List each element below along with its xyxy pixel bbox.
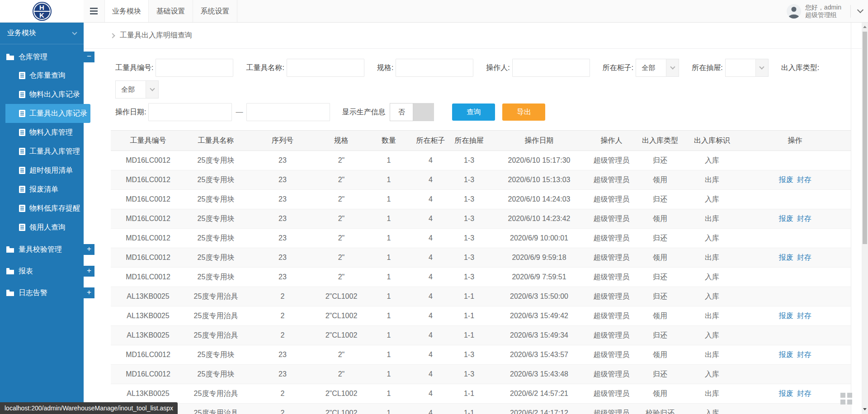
export-button[interactable]: 导出 bbox=[502, 104, 545, 121]
cell-tool-name: 25度专用块 bbox=[185, 170, 246, 190]
cell-qty: 1 bbox=[364, 190, 414, 209]
sidebar-header[interactable]: 业务模块 bbox=[0, 23, 84, 44]
scroll-up-arrow-icon[interactable] bbox=[863, 26, 867, 28]
sidebar-item-7[interactable]: 报废清单 bbox=[5, 180, 84, 199]
chevron-down-icon bbox=[755, 59, 768, 76]
cell-spec: 2"CL1002 bbox=[319, 404, 364, 414]
sidebar-item-8[interactable]: 物料低库存提醒 bbox=[5, 199, 84, 218]
col-header-date: 操作日期 bbox=[491, 131, 588, 151]
section-toggle-icon[interactable]: + bbox=[84, 287, 94, 298]
action-link[interactable]: 报废 bbox=[779, 215, 793, 222]
date-from-input[interactable] bbox=[148, 103, 232, 121]
cell-date: 2020/6/10 14:23:42 bbox=[491, 209, 588, 229]
chevron-down-icon bbox=[146, 81, 158, 98]
avatar[interactable] bbox=[787, 4, 801, 19]
tool-no-input[interactable] bbox=[156, 59, 233, 77]
cell-serial: 23 bbox=[246, 248, 319, 268]
hk-logo-icon: H K bbox=[33, 2, 52, 21]
document-icon bbox=[19, 110, 25, 117]
section-toggle-icon[interactable]: + bbox=[84, 266, 94, 277]
col-header-spec: 规格 bbox=[319, 131, 364, 151]
top-tab-3[interactable]: 系统设置 bbox=[193, 0, 237, 22]
table-row: MD16LC001225度专用块232"141-32020/6/3 15:43:… bbox=[111, 365, 851, 384]
cell-drawer: 1-3 bbox=[448, 229, 491, 248]
action-link[interactable]: 封存 bbox=[797, 215, 811, 222]
topbar: H K 业务模块基础设置系统设置 您好，admin 超级管理组 bbox=[0, 0, 868, 23]
document-icon bbox=[19, 129, 25, 136]
cell-tool-name: 25度专用块 bbox=[185, 229, 246, 248]
date-to-input[interactable] bbox=[246, 103, 330, 121]
sidebar-item-2[interactable]: 物料出入库记录 bbox=[5, 85, 84, 104]
cell-actions bbox=[739, 268, 851, 287]
cell-qty: 1 bbox=[364, 248, 414, 268]
operator-label: 操作人: bbox=[486, 63, 509, 73]
table-row: AL13KB002525度专用治具22"CL1002141-12020/6/2 … bbox=[111, 384, 851, 404]
cell-serial: 2 bbox=[246, 326, 319, 345]
scrollbar-thumb[interactable] bbox=[863, 32, 867, 244]
sidebar-item-5[interactable]: 工量具入库管理 bbox=[5, 142, 84, 161]
section-toggle-icon[interactable]: − bbox=[84, 52, 94, 62]
action-link[interactable]: 封存 bbox=[797, 176, 811, 183]
sidebar-item-6[interactable]: 超时领用清单 bbox=[5, 161, 84, 180]
cell-tool-name: 25度专用块 bbox=[185, 345, 246, 365]
cell-cabinet: 4 bbox=[414, 306, 448, 326]
action-link[interactable]: 报废 bbox=[779, 254, 793, 261]
section-toggle-icon[interactable]: + bbox=[84, 244, 94, 255]
top-tab-1[interactable]: 业务模块 bbox=[104, 0, 149, 22]
sidebar-section-10[interactable]: 量具校验管理 + bbox=[0, 240, 84, 259]
cell-operator: 超级管理员 bbox=[588, 170, 635, 190]
panel-edge-divider bbox=[851, 23, 851, 414]
cell-spec: 2"CL1002 bbox=[319, 287, 364, 306]
cell-cabinet: 4 bbox=[414, 384, 448, 404]
user-menu-chevron-icon[interactable] bbox=[857, 7, 863, 13]
cell-operator: 超级管理员 bbox=[588, 404, 635, 414]
show-production-toggle[interactable]: 否 bbox=[390, 103, 434, 121]
action-link[interactable]: 报废 bbox=[779, 312, 793, 320]
menu-toggle-icon[interactable] bbox=[84, 0, 104, 22]
cell-type: 领用 bbox=[635, 170, 685, 190]
action-link[interactable]: 报废 bbox=[779, 390, 793, 397]
cell-type: 领用 bbox=[635, 384, 685, 404]
action-link[interactable]: 报废 bbox=[779, 351, 793, 358]
cell-flag: 出库 bbox=[685, 209, 739, 229]
sidebar-item-1[interactable]: 仓库量查询 bbox=[5, 66, 84, 85]
toggle-value: 否 bbox=[390, 103, 413, 121]
table-row: MD16LC001225度专用块232"141-32020/6/10 15:13… bbox=[111, 170, 851, 190]
sidebar-item-3[interactable]: 工量具出入库记录 bbox=[5, 104, 90, 123]
grid-handle-icon[interactable] bbox=[840, 393, 853, 405]
action-link[interactable]: 封存 bbox=[797, 390, 811, 397]
action-link[interactable]: 封存 bbox=[797, 312, 811, 320]
cabinet-select[interactable]: 全部 bbox=[636, 59, 679, 77]
top-tab-2[interactable]: 基础设置 bbox=[149, 0, 193, 22]
cell-drawer: 1-3 bbox=[448, 268, 491, 287]
sidebar-item-4[interactable]: 物料入库管理 bbox=[5, 123, 84, 142]
sidebar-section-11[interactable]: 报表 + bbox=[0, 262, 84, 280]
inout-type-select[interactable]: 全部 bbox=[115, 80, 159, 99]
sidebar-section-12[interactable]: 日志告警 + bbox=[0, 284, 84, 302]
cell-cabinet: 4 bbox=[414, 151, 448, 170]
cell-type: 归还 bbox=[635, 326, 685, 345]
col-header-type: 出入库类型 bbox=[635, 131, 685, 151]
query-button[interactable]: 查询 bbox=[452, 104, 495, 121]
tool-name-input[interactable] bbox=[287, 59, 364, 77]
operator-input[interactable] bbox=[512, 59, 590, 77]
cell-tool-no: AL13KB0025 bbox=[111, 326, 185, 345]
cell-serial: 2 bbox=[246, 287, 319, 306]
sidebar-section-0[interactable]: 仓库管理 − bbox=[0, 48, 84, 66]
action-link[interactable]: 报废 bbox=[779, 176, 793, 183]
cell-spec: 2" bbox=[319, 248, 364, 268]
spec-input[interactable] bbox=[396, 59, 473, 77]
cell-cabinet: 4 bbox=[414, 248, 448, 268]
cell-tool-name: 25度专用治具 bbox=[185, 287, 246, 306]
sidebar-section-label: 仓库管理 bbox=[19, 52, 47, 62]
scroll-down-arrow-icon[interactable] bbox=[863, 408, 867, 410]
action-link[interactable]: 封存 bbox=[797, 254, 811, 261]
records-table-wrap: 工量具编号工量具名称序列号规格数量所在柜子所在抽屉操作日期操作人出入库类型出入库… bbox=[111, 130, 851, 414]
cell-flag: 入库 bbox=[685, 268, 739, 287]
vertical-scrollbar[interactable] bbox=[862, 23, 868, 414]
cell-operator: 超级管理员 bbox=[588, 209, 635, 229]
drawer-select[interactable] bbox=[725, 59, 769, 77]
action-link[interactable]: 封存 bbox=[797, 351, 811, 358]
sidebar-item-9[interactable]: 领用人查询 bbox=[5, 218, 84, 237]
filter-row-3: 操作日期: — 显示生产信息 否 查询 导出 bbox=[115, 103, 862, 121]
